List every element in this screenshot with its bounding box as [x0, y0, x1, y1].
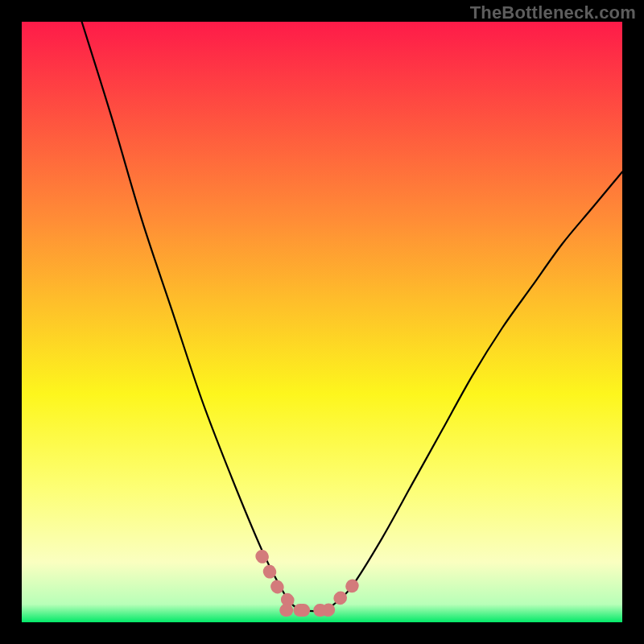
chart-svg	[22, 22, 622, 622]
watermark-text: TheBottleneck.com	[470, 2, 636, 23]
plot-area	[22, 22, 622, 622]
plot-background	[22, 22, 622, 622]
chart-container: TheBottleneck.com	[0, 0, 644, 644]
